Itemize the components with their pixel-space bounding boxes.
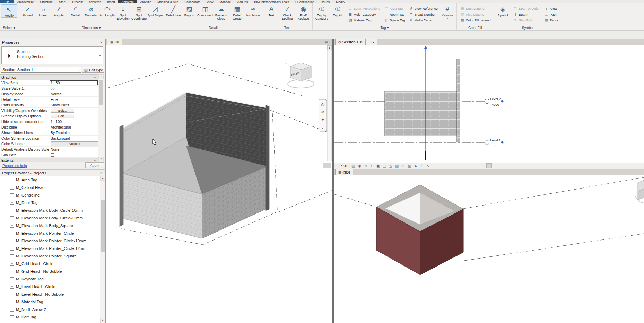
- spot-slope-button[interactable]: ◿Spot Slope: [147, 4, 163, 17]
- edit-type-button[interactable]: ▤ Edit Type: [82, 67, 104, 73]
- navigation-bar[interactable]: ◎ ⊕ + ▾: [319, 99, 327, 131]
- pipe-legend-button[interactable]: ▥Pipe Legend: [460, 11, 491, 17]
- type-selector[interactable]: ◑ Section Building Section: [1, 46, 103, 64]
- linear-button[interactable]: ↔Linear: [35, 4, 51, 17]
- view-tab-section-1[interactable]: ◴ Section 1: [335, 39, 366, 45]
- radial-button[interactable]: ◜Radial: [67, 4, 83, 17]
- scrollbar-thumb[interactable]: [101, 200, 105, 252]
- arc-length-button[interactable]: ◠Arc Length: [99, 4, 115, 17]
- check-spelling-button[interactable]: ✓Check Spelling: [279, 4, 295, 20]
- expand-plus-icon[interactable]: +: [10, 209, 14, 212]
- panel-label-tag[interactable]: Tag ▾: [313, 26, 456, 30]
- app-tab-structure[interactable]: Structure: [37, 0, 56, 3]
- app-tab-view[interactable]: View: [203, 0, 216, 3]
- duct-legend-button[interactable]: ▤Duct Legend: [460, 6, 491, 11]
- symbol-button[interactable]: ◈Symbol: [495, 4, 511, 17]
- scroll-down-icon[interactable]: ▼: [98, 157, 104, 162]
- collapse-icon[interactable]: <: [425, 164, 431, 168]
- expand-plus-icon[interactable]: +: [10, 315, 14, 319]
- expand-plus-icon[interactable]: +: [10, 247, 14, 251]
- scrollbar-corner[interactable]: [486, 163, 492, 168]
- section-header-graphics[interactable]: Graphics∧: [0, 75, 98, 80]
- instance-selector[interactable]: Section: Section 1: [1, 67, 81, 73]
- level-head-circle[interactable]: [485, 140, 489, 145]
- full-navigation-wheel-icon[interactable]: ◎: [321, 102, 324, 106]
- app-tab-insert[interactable]: Insert: [104, 0, 119, 3]
- expand-plus-icon[interactable]: +: [10, 270, 14, 273]
- reveal-hidden-elements-icon[interactable]: ◌: [400, 164, 406, 168]
- beam-annotations-button[interactable]: ≡Beam Annotations: [347, 6, 381, 11]
- app-tab-add-ins[interactable]: Add-Ins: [234, 0, 251, 3]
- tree-item-m-keynote-tag[interactable]: +M_Keynote Tag: [0, 275, 100, 283]
- close-icon[interactable]: [100, 41, 103, 44]
- app-tab-analyze[interactable]: Analyze: [137, 0, 154, 3]
- tree-scrollbar[interactable]: ▲ ▼: [100, 176, 105, 323]
- viewcube-partial[interactable]: [635, 180, 644, 203]
- tree-item-m-elevation-mark-body-circle-12mm[interactable]: +M_Elevation Mark Body_Circle-12mm: [0, 214, 100, 222]
- show-crop-region-icon[interactable]: ▢: [382, 164, 387, 168]
- tree-item-m-north-arrow-2[interactable]: +M_North Arrow-2: [0, 306, 100, 313]
- collapse-chevron-icon[interactable]: ∧: [94, 76, 96, 79]
- temporary-hide-isolate-icon[interactable]: ▥: [394, 164, 400, 168]
- expand-plus-icon[interactable]: +: [10, 254, 14, 258]
- expand-plus-icon[interactable]: +: [10, 232, 14, 235]
- tree-item-m-callout-head[interactable]: +M_Callout Head: [0, 184, 100, 191]
- multi-category-button[interactable]: ⊞Multi- Category: [347, 11, 381, 17]
- maroon-box-model[interactable]: [376, 185, 463, 275]
- app-tab-architecture[interactable]: Architecture: [14, 0, 37, 3]
- tree-item-m-grid-head-no-bubble[interactable]: +M_Grid Head - No Bubble: [0, 268, 100, 275]
- fabric-button[interactable]: ▦Fabric: [543, 17, 559, 23]
- stair-path-button[interactable]: ↯Stair Path: [513, 17, 541, 23]
- text-button[interactable]: AText: [263, 4, 279, 17]
- tree-item-m-elevation-mark-body-circle-10mm[interactable]: +M_Elevation Mark Body_Circle-10mm: [0, 207, 100, 214]
- sun-path-icon[interactable]: ☼: [363, 164, 368, 168]
- properties-scrollbar[interactable]: ▲ ▼: [98, 74, 104, 162]
- expand-plus-icon[interactable]: +: [10, 201, 14, 205]
- tree-item-m-elevation-mark-pointer-circle-12mm[interactable]: +M_Elevation Mark Pointer_Circle-12mm: [0, 245, 100, 252]
- room-tag-button[interactable]: ▭Room Tag: [383, 11, 406, 17]
- app-tab-modify[interactable]: Modify: [333, 0, 348, 3]
- aligned-button[interactable]: ↗Aligned: [19, 4, 35, 17]
- detail-level-icon[interactable]: ▤: [350, 164, 356, 168]
- tag-by-category-button[interactable]: ①Tag by Category: [314, 4, 330, 20]
- level-head-circle[interactable]: [485, 99, 489, 104]
- scrollbar-corner[interactable]: [323, 163, 331, 168]
- area-tag-button[interactable]: ▢Area Tag: [383, 6, 406, 11]
- view-tab-3d[interactable]: ▣ 3D: [107, 39, 122, 45]
- show-analytical-model-icon[interactable]: ▲: [413, 164, 418, 168]
- tree-item-m-centreline[interactable]: +M_Centreline: [0, 191, 100, 199]
- expand-plus-icon[interactable]: +: [10, 308, 14, 312]
- crop-view-icon[interactable]: ▣: [375, 164, 381, 168]
- tab-bar-menu[interactable]: ▤ ▾: [325, 39, 332, 45]
- expand-plus-icon[interactable]: +: [10, 300, 14, 304]
- view-tab-extra[interactable]: ⊡ -: [366, 39, 377, 45]
- diameter-button[interactable]: ⌀Diameter: [83, 4, 99, 17]
- expand-plus-icon[interactable]: +: [10, 277, 14, 281]
- tree-item-m-level-head-no-bubble[interactable]: +M_Level Head - No Bubble: [0, 290, 100, 298]
- viewcube-home-icon[interactable]: ⌂: [285, 61, 287, 65]
- tree-item-m-elevation-mark-pointer-circle[interactable]: +M_Elevation Mark Pointer_Circle: [0, 229, 100, 237]
- color-fill-legend-button[interactable]: ▦Color Fill Legend: [460, 17, 491, 23]
- tab-list-icon[interactable]: ▤: [325, 41, 328, 44]
- visual-style-icon[interactable]: ◉: [357, 164, 362, 168]
- tree-item-m-elevation-mark-body-square[interactable]: +M_Elevation Mark Body_Square: [0, 222, 100, 229]
- angular-button[interactable]: ∠Angular: [51, 4, 67, 17]
- scrollbar-thumb[interactable]: [99, 80, 103, 105]
- view-scale-control[interactable]: 1 : 50: [338, 164, 347, 168]
- beam-button[interactable]: IBeam: [513, 11, 541, 17]
- collapse-chevron-icon[interactable]: ∧: [94, 159, 96, 162]
- component-button[interactable]: ◫Component: [197, 4, 213, 17]
- revision-cloud-button[interactable]: ☁Revision Cloud: [213, 4, 229, 20]
- expand-plus-icon[interactable]: +: [10, 262, 14, 266]
- detail-line-button[interactable]: ╱Detail Line: [165, 4, 181, 17]
- expand-plus-icon[interactable]: +: [10, 239, 14, 243]
- app-tab-manage[interactable]: Manage: [217, 0, 234, 3]
- scroll-down-icon[interactable]: ▼: [100, 318, 105, 323]
- iso-3d-canvas[interactable]: [334, 175, 644, 323]
- find-replace-button[interactable]: ◉Find/ Replace: [295, 4, 311, 20]
- view-scrollbar-track[interactable]: [327, 50, 332, 162]
- pan-icon[interactable]: +: [321, 117, 324, 122]
- area-button[interactable]: +Area: [543, 6, 559, 11]
- expand-plus-icon[interactable]: +: [10, 224, 14, 228]
- insulation-button[interactable]: ≈Insulation: [245, 4, 261, 17]
